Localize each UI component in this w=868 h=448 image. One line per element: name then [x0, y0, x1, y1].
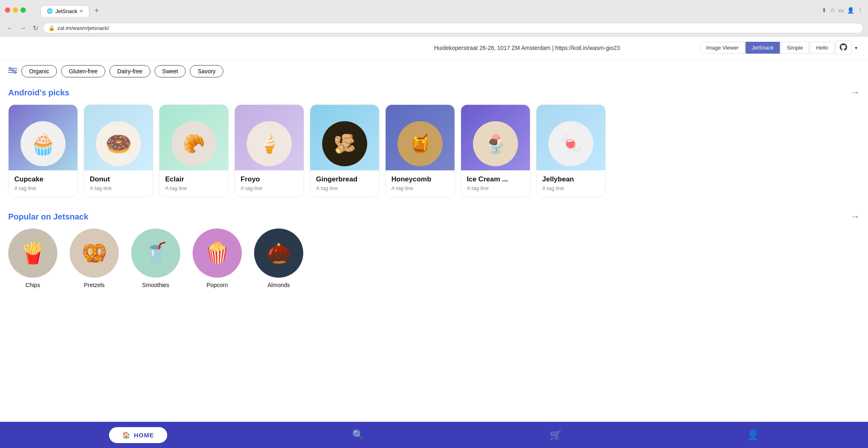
popular-grid: 🍟 Chips 🥨 Pretzels 🥤 Smoothies [8, 229, 860, 290]
snack-card-icecream[interactable]: 🍨 Ice Cream ... A tag line [461, 104, 530, 197]
card-circle-jellybean: 🍬 [548, 121, 593, 166]
filter-savory[interactable]: Savory [190, 65, 223, 77]
url-bar[interactable]: 🔒 zal.im/wasm/jetsnack/ [43, 23, 863, 33]
popular-name-almonds: Almonds [268, 282, 290, 288]
card-image-honeycomb: 🍯 [386, 105, 454, 170]
card-image-donut: 🍩 [84, 105, 153, 170]
card-image-cupcake: 🧁 [9, 105, 77, 170]
card-image-eclair: 🥐 [159, 105, 228, 170]
card-body-honeycomb: Honeycomb A tag line [386, 170, 454, 197]
snack-card-froyo[interactable]: 🍦 Froyo A tag line [234, 104, 304, 197]
card-tagline-gingerbread: A tag line [316, 185, 373, 191]
card-name-eclair: Eclair [165, 175, 223, 183]
nav-hello[interactable]: Hello [810, 42, 834, 54]
snack-card-jellybean[interactable]: 🍬 Jellybean A tag line [536, 104, 606, 197]
card-image-jellybean: 🍬 [536, 105, 605, 170]
card-name-jellybean: Jellybean [542, 175, 600, 183]
card-tagline-icecream: A tag line [467, 185, 524, 191]
popular-header: Popular on Jetsnack → [8, 211, 860, 222]
github-button[interactable] [835, 41, 852, 55]
browser-chrome: 🌐 JetSnack ✕ + ⬆ ☆ ▭ 👤 ⋮ ← → ↻ 🔒 zal.im/… [0, 0, 868, 36]
svg-point-1 [12, 70, 14, 71]
popular-item-popcorn[interactable]: 🍿 Popcorn [193, 229, 242, 288]
popular-item-chips[interactable]: 🍟 Chips [8, 229, 57, 288]
new-tab-button[interactable]: + [91, 5, 102, 17]
card-circle-gingerbread: 🫚 [322, 121, 367, 166]
active-tab[interactable]: 🌐 JetSnack ✕ [41, 5, 89, 17]
star-icon[interactable]: ☆ [830, 7, 835, 14]
card-name-froyo: Froyo [241, 175, 298, 183]
android-picks-grid: 🧁 Cupcake A tag line 🍩 Donut A tag li [8, 104, 860, 199]
filter-sweet[interactable]: Sweet [155, 65, 186, 77]
snack-card-cupcake[interactable]: 🧁 Cupcake A tag line [8, 104, 78, 197]
tablet-icon[interactable]: ▭ [838, 7, 844, 14]
popular-circle-popcorn: 🍿 [193, 229, 242, 278]
tab-title: JetSnack [55, 8, 77, 14]
maximize-window-button[interactable] [20, 7, 26, 13]
minimize-window-button[interactable] [13, 7, 18, 13]
card-image-icecream: 🍨 [461, 105, 530, 170]
dropdown-arrow[interactable]: ▾ [852, 43, 860, 53]
forward-button[interactable]: → [18, 23, 28, 34]
header-nav: Image Viewer JetSnack Simple Hello ▾ [700, 41, 860, 55]
card-tagline-froyo: A tag line [241, 185, 298, 191]
back-button[interactable]: ← [5, 23, 15, 34]
card-body-gingerbread: Gingerbread A tag line [310, 170, 379, 197]
window-controls [5, 7, 26, 13]
card-image-froyo: 🍦 [235, 105, 304, 170]
snack-card-donut[interactable]: 🍩 Donut A tag line [84, 104, 153, 197]
filter-dairy-free[interactable]: Dairy-free [109, 65, 150, 77]
tab-bar: 🌐 JetSnack ✕ + [36, 5, 818, 17]
card-tagline-jellybean: A tag line [542, 185, 600, 191]
svg-point-0 [9, 68, 11, 69]
snack-card-gingerbread[interactable]: 🫚 Gingerbread A tag line [310, 104, 379, 197]
popular-item-pretzels[interactable]: 🥨 Pretzels [70, 229, 119, 288]
popular-arrow[interactable]: → [851, 211, 860, 222]
close-window-button[interactable] [5, 7, 10, 13]
popular-title: Popular on Jetsnack [8, 212, 89, 222]
filter-icon[interactable] [8, 67, 17, 76]
card-body-eclair: Eclair A tag line [159, 170, 228, 197]
snack-card-eclair[interactable]: 🥐 Eclair A tag line [159, 104, 229, 197]
card-body-froyo: Froyo A tag line [235, 170, 304, 197]
profile-icon[interactable]: 👤 [847, 7, 854, 14]
url-text: zal.im/wasm/jetsnack/ [57, 25, 858, 31]
android-picks-arrow[interactable]: → [851, 87, 860, 98]
popular-name-popcorn: Popcorn [207, 282, 228, 288]
card-name-cupcake: Cupcake [14, 175, 72, 183]
menu-icon[interactable]: ⋮ [857, 7, 863, 14]
card-name-honeycomb: Honeycomb [391, 175, 449, 183]
address-bar: ← → ↻ 🔒 zal.im/wasm/jetsnack/ [0, 20, 868, 36]
card-tagline-cupcake: A tag line [14, 185, 72, 191]
filter-organic[interactable]: Organic [21, 65, 57, 77]
popular-name-chips: Chips [25, 282, 40, 288]
app-header: Huidekoperstraat 26-28, 1017 ZM Amsterda… [0, 36, 868, 59]
refresh-button[interactable]: ↻ [31, 23, 40, 34]
popular-circle-chips: 🍟 [8, 229, 57, 278]
popular-item-smoothies[interactable]: 🥤 Smoothies [131, 229, 180, 288]
card-name-donut: Donut [90, 175, 147, 183]
popular-name-smoothies: Smoothies [142, 282, 169, 288]
popular-name-pretzels: Pretzels [84, 282, 105, 288]
cast-icon[interactable]: ⬆ [822, 7, 827, 14]
popular-circle-pretzels: 🥨 [70, 229, 119, 278]
address-actions: ⬆ ☆ ▭ 👤 ⋮ [822, 7, 863, 14]
lock-icon: 🔒 [48, 25, 55, 31]
card-circle-honeycomb: 🍯 [398, 121, 443, 166]
nav-simple[interactable]: Simple [781, 42, 809, 54]
nav-jetsnack[interactable]: JetSnack [745, 42, 779, 54]
tab-close-button[interactable]: ✕ [80, 9, 83, 14]
card-tagline-eclair: A tag line [165, 185, 223, 191]
card-image-gingerbread: 🫚 [310, 105, 379, 170]
card-circle-froyo: 🍦 [247, 121, 292, 166]
filter-gluten-free[interactable]: Gluten-free [61, 65, 105, 77]
snack-card-honeycomb[interactable]: 🍯 Honeycomb A tag line [385, 104, 455, 197]
popular-circle-smoothies: 🥤 [131, 229, 180, 278]
card-body-donut: Donut A tag line [84, 170, 153, 197]
card-circle-donut: 🍩 [96, 121, 141, 166]
popular-item-almonds[interactable]: 🌰 Almonds [254, 229, 303, 288]
card-circle-cupcake: 🧁 [20, 121, 66, 166]
nav-image-viewer[interactable]: Image Viewer [700, 42, 745, 54]
page-content: Huidekoperstraat 26-28, 1017 ZM Amsterda… [0, 36, 868, 323]
android-picks-title: Android's picks [8, 88, 69, 97]
